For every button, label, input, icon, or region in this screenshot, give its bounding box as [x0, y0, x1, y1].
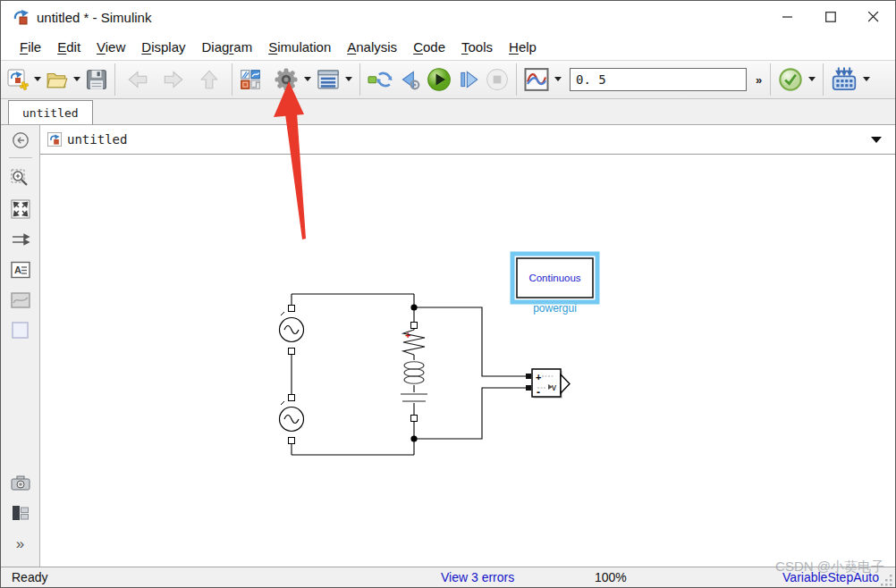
data-inspector-dropdown[interactable]	[860, 63, 873, 96]
maximize-icon	[825, 12, 836, 22]
model-settings-gear-icon	[273, 66, 300, 93]
fit-to-view-button[interactable]	[7, 196, 34, 223]
stop-button[interactable]	[483, 63, 511, 96]
model-explorer-button[interactable]	[314, 63, 342, 96]
run-icon	[426, 67, 452, 92]
menu-item-edit[interactable]: Edit	[49, 38, 89, 56]
new-model-dropdown[interactable]	[31, 63, 44, 96]
menu-item-display[interactable]: Display	[133, 38, 193, 56]
model-explorer-dropdown[interactable]	[342, 63, 355, 96]
annotation-button[interactable]: A	[7, 256, 34, 283]
tab-bar: untitled	[1, 99, 895, 125]
hide-browser-back-button[interactable]	[7, 127, 34, 154]
model-canvas[interactable]	[40, 155, 895, 567]
minimize-button[interactable]	[766, 1, 809, 33]
simulink-logo-icon	[12, 8, 30, 26]
model-advisor-dropdown[interactable]	[806, 63, 818, 96]
model-settings-button[interactable]	[271, 63, 301, 96]
toolbar-separator	[232, 63, 232, 96]
open-button[interactable]	[44, 63, 71, 96]
close-button[interactable]	[852, 1, 895, 33]
data-inspector-button[interactable]	[828, 63, 860, 96]
new-model-button[interactable]	[4, 63, 31, 96]
model-advisor-check-icon	[777, 67, 804, 92]
view-errors-link[interactable]: View 3 errors	[441, 570, 514, 584]
up-button[interactable]	[195, 63, 224, 96]
back-button[interactable]	[123, 63, 152, 96]
route-arrows-button[interactable]	[7, 226, 34, 253]
toolbar-separator	[114, 63, 115, 96]
area-box-button[interactable]	[7, 317, 34, 344]
save-icon	[85, 68, 108, 91]
menu-item-file[interactable]: File	[12, 38, 49, 56]
menu-item-view[interactable]: View	[89, 38, 133, 56]
toolbar-separator	[770, 63, 771, 96]
v-label: v	[552, 382, 556, 392]
zoom-level: 100%	[595, 570, 627, 584]
image-button[interactable]	[7, 287, 34, 314]
palette-expand-button[interactable]: »	[7, 531, 34, 558]
run-button[interactable]	[424, 63, 454, 96]
fit-to-view-icon	[10, 198, 31, 220]
model-settings-dropdown[interactable]	[301, 63, 314, 96]
menu-bar: File Edit View Display Diagram Simulatio…	[1, 33, 895, 60]
library-browser-button[interactable]	[237, 63, 264, 96]
chevron-down-icon	[808, 77, 816, 82]
chevron-down-icon	[863, 77, 871, 82]
step-forward-button[interactable]	[454, 63, 483, 96]
library-browser-icon	[239, 68, 262, 91]
menu-item-tools[interactable]: Tools	[453, 38, 501, 56]
close-icon	[868, 12, 879, 22]
open-dropdown[interactable]	[71, 63, 83, 96]
menu-item-analysis[interactable]: Analysis	[339, 38, 405, 56]
model-advisor-button[interactable]	[775, 63, 806, 96]
maximize-button[interactable]	[809, 1, 852, 33]
menu-item-simulation[interactable]: Simulation	[260, 38, 339, 56]
chevron-down-icon	[871, 137, 883, 144]
chevron-down-icon	[345, 77, 353, 82]
stop-time-input[interactable]	[570, 68, 747, 91]
breadcrumb-dropdown[interactable]	[871, 133, 888, 147]
palette-divider	[9, 157, 32, 158]
new-model-icon	[6, 68, 30, 91]
toolbar-separator	[359, 63, 360, 96]
stop-icon	[485, 68, 510, 91]
route-arrows-icon	[10, 229, 31, 250]
window-title: untitled * - Simulink	[37, 10, 151, 25]
plus-port-label: +	[536, 372, 541, 382]
breadcrumb-path: untitled	[67, 132, 127, 147]
data-inspector-icon	[830, 66, 858, 93]
toolbar-overflow-button[interactable]: »	[752, 73, 765, 87]
chevron-down-icon	[34, 77, 42, 82]
menu-item-help[interactable]: Help	[501, 38, 545, 56]
step-forward-icon	[456, 68, 481, 91]
camera-button[interactable]	[7, 470, 34, 497]
model-browser-button[interactable]	[7, 500, 34, 527]
hide-browser-back-icon	[11, 130, 30, 150]
expand-chevron: »	[16, 535, 24, 553]
status-text: Ready	[12, 570, 47, 584]
area-box-icon	[10, 320, 31, 341]
simulation-display-button[interactable]	[521, 63, 552, 96]
simulation-display-dropdown[interactable]	[552, 63, 564, 96]
status-bar: Ready View 3 errors 100% CSDN @小葵电子 Vari…	[1, 567, 895, 588]
up-icon	[197, 68, 222, 91]
forward-button[interactable]	[159, 63, 188, 96]
simulation-display-icon	[523, 66, 550, 93]
image-icon	[10, 290, 31, 311]
save-button[interactable]	[83, 63, 110, 96]
step-back-button[interactable]	[395, 63, 424, 96]
menu-item-diagram[interactable]: Diagram	[194, 38, 261, 56]
tab-untitled[interactable]: untitled	[8, 100, 93, 124]
annotation-icon: A	[10, 259, 31, 281]
solver-name[interactable]: VariableStepAuto	[782, 570, 879, 584]
resize-grip[interactable]	[881, 575, 893, 587]
model-explorer-icon	[316, 67, 341, 92]
toolbar: »	[1, 60, 895, 99]
menu-item-code[interactable]: Code	[405, 38, 453, 56]
zoom-region-button[interactable]	[7, 165, 34, 192]
update-diagram-button[interactable]	[365, 63, 395, 96]
powergui-label: powergui	[533, 302, 577, 315]
simulink-window: untitled * - Simulink File Edit View Dis…	[0, 0, 896, 588]
svg-text:A: A	[14, 265, 21, 275]
